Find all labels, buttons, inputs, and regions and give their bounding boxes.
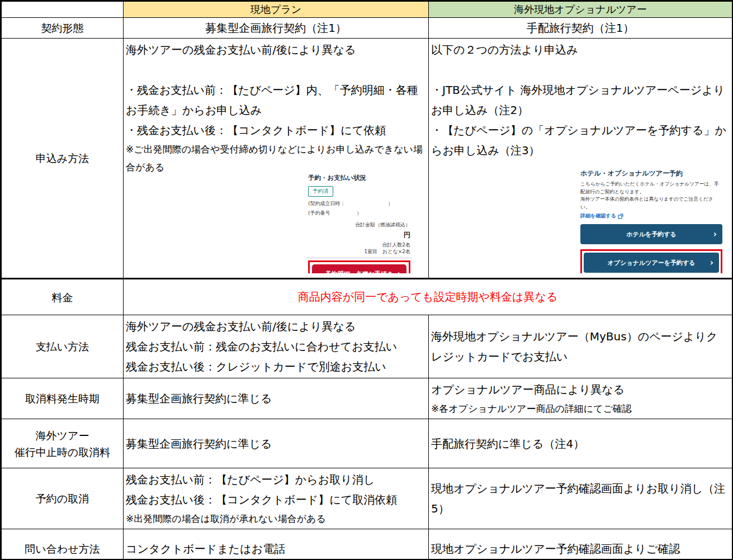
inquiry-local-text: コンタクトボードまたはお電話 <box>126 539 425 559</box>
application-local-bullet1: ・残金お支払い前：【たびページ】内、「予約明細・各種お手続き」からお申し込み <box>126 80 425 120</box>
contract-date-open: (契約成立日時： <box>308 200 346 207</box>
yen-label: 円 <box>308 230 410 240</box>
row-contract-type: 契約形態 募集型企画旅行契約（注1） 手配旅行契約（注1） <box>2 18 732 39</box>
book-hotel-button[interactable]: ホテルを予約する › <box>580 224 722 244</box>
blank-line <box>126 60 425 80</box>
fee-text: 商品内容が同一であっても設定時期や料金は異なる <box>124 279 732 315</box>
reserved-status-badge: 予約済 <box>308 186 333 197</box>
reservation-cancel-local-line2: 残金お支払い後：【コンタクトボード】にて取消依頼 <box>126 490 425 510</box>
inquiry-method-overseas: 現地オプショナルツアー予約確認画面よりご確認 <box>429 529 732 560</box>
reservation-cancel-local-line1: 残金お支払い前：【たびページ】からお取り消し <box>126 469 425 490</box>
reservation-cancel-local-note: ※出発間際の場合は取消が承れない場合がある <box>126 510 425 528</box>
inquiry-method-local: コンタクトボードまたはお電話 <box>124 529 429 560</box>
total-people: 合計人数2名 <box>308 241 410 248</box>
booking-details-button-label: 予約明細・各種お手続き <box>325 270 394 274</box>
application-local-intro: 海外ツアーの残金お支払い前/後により異なる <box>126 40 425 60</box>
booking-details-button[interactable]: 予約明細・各種お手続き › <box>312 264 406 273</box>
optional-panel-title: ホテル・オプショナルツアー予約 <box>580 169 722 178</box>
cancel-fee-overseas-main: オプショナルツアー商品により異なる <box>431 379 729 400</box>
total-amount-label: 合計金額（燃油諸税込） <box>308 221 410 228</box>
application-method-overseas: 以下の２つの方法より申込み ・JTB公式サイト 海外現地オプショナルツアーページ… <box>429 39 732 279</box>
tour-stop-label: 海外ツアー 催行中止時の取消料 <box>2 419 124 468</box>
header-empty-cell <box>2 2 124 18</box>
tour-stop-local-text: 募集型企画旅行契約に準じる <box>126 434 425 454</box>
application-method-label: 申込み方法 <box>2 39 124 279</box>
header-row: 現地プラン 海外現地オプショナルツアー <box>2 2 732 18</box>
application-method-local: 海外ツアーの残金お支払い前/後により異なる ・残金お支払い前：【たびページ】内、… <box>124 39 429 279</box>
payment-method-local: 海外ツアーの残金お支払い前/後により異なる 残金お支払い前：残金のお支払いに合わ… <box>124 315 429 378</box>
cancel-fee-timing-local: 募集型企画旅行契約に準じる <box>124 378 429 419</box>
highlight-box-booking: 予約明細・各種お手続き › <box>308 260 410 273</box>
booking-status-screenshot: 予約・お支払い状況 予約済 (契約成立日時： ） (予約番号 ） 合計金額（燃油… <box>303 169 415 273</box>
tour-stop-overseas: 手配旅行契約に準じる（注4） <box>429 419 732 468</box>
tour-stop-label-line2: 催行中止時の取消料 <box>2 444 123 461</box>
details-link-label: 詳細を確認する <box>580 212 616 220</box>
cancel-fee-local-text: 募集型企画旅行契約に準じる <box>126 388 425 409</box>
blank-line <box>431 60 729 80</box>
chevron-right-icon: › <box>710 258 713 268</box>
contract-type-local: 募集型企画旅行契約（注1） <box>124 18 429 39</box>
reservation-cancel-overseas-text: 現地オプショナルツアー予約確認画面よりお取り消し（注5） <box>431 478 729 519</box>
book-optional-tour-button-label: オプショナルツアーを予約する <box>608 259 696 267</box>
inquiry-overseas-text: 現地オプショナルツアー予約確認画面よりご確認 <box>431 539 729 559</box>
totals-block: 合計金額（燃油諸税込） 円 合計人数2名 1室目 おとな×2名 <box>308 221 410 255</box>
cancel-fee-timing-overseas: オプショナルツアー商品により異なる ※各オプショナルツアー商品の詳細にてご確認 <box>429 378 732 419</box>
row-tour-stop-cancel-fee: 海外ツアー 催行中止時の取消料 募集型企画旅行契約に準じる 手配旅行契約に準じる… <box>2 419 732 468</box>
reservation-cancel-local: 残金お支払い前：【たびページ】からお取り消し 残金お支払い後：【コンタクトボード… <box>124 468 429 529</box>
highlight-box-optional: オプショナルツアーを予約する › <box>580 249 722 273</box>
contract-type-label: 契約形態 <box>2 18 124 39</box>
fee-label: 料金 <box>2 279 124 315</box>
book-hotel-button-label: ホテルを予約する <box>626 230 677 239</box>
divider <box>306 258 412 258</box>
payment-overseas-text: 海外現地オプショナルツアー（MyBus）のページよりクレジットカードでお支払い <box>431 326 729 367</box>
payment-method-overseas: 海外現地オプショナルツアー（MyBus）のページよりクレジットカードでお支払い <box>429 315 732 378</box>
header-overseas-optional: 海外現地オプショナルツアー <box>429 2 732 18</box>
reservation-cancel-overseas: 現地オプショナルツアー予約確認画面よりお取り消し（注5） <box>429 468 732 529</box>
cancel-fee-overseas-note: ※各オプショナルツアー商品の詳細にてご確認 <box>431 400 729 417</box>
row-payment-method: 支払い方法 海外ツアーの残金お支払い前/後により異なる 残金お支払い前：残金のお… <box>2 315 732 378</box>
book-optional-tour-button[interactable]: オプショナルツアーを予約する › <box>584 253 719 273</box>
payment-method-label: 支払い方法 <box>2 315 124 378</box>
header-local-plan: 現地プラン <box>124 2 429 18</box>
contract-date-close: ） <box>388 200 393 207</box>
application-local-bullet2: ・残金お支払い後：【コンタクトボード】にて依頼 <box>126 120 425 140</box>
booking-number-close: ） <box>357 210 362 217</box>
tour-stop-label-line1: 海外ツアー <box>2 427 123 444</box>
comparison-table: 現地プラン 海外現地オプショナルツアー 契約形態 募集型企画旅行契約（注1） 手… <box>0 0 733 560</box>
optional-panel-desc1: こちらからご予約いただくホテル・オプショナルツアーは、手配旅行のご契約となります… <box>580 181 722 196</box>
cancel-fee-timing-label: 取消料発生時期 <box>2 378 124 419</box>
contract-date-line: (契約成立日時： ） <box>308 200 393 207</box>
tour-stop-overseas-text: 手配旅行契約に準じる（注4） <box>431 434 729 454</box>
application-overseas-bullet2: ・【たびページ】の「オプショナルツアーを予約する」からお申し込み（注3） <box>431 120 729 160</box>
booking-number-open: (予約番号 <box>308 210 330 217</box>
optional-panel-desc2: 海外ツアー本体の契約条件とは異なりますのでご注意ください。 <box>580 196 722 211</box>
application-overseas-bullet1: ・JTB公式サイト 海外現地オプショナルツアーページよりお申し込み（注2） <box>431 80 729 120</box>
payment-local-line2: 残金お支払い前：残金のお支払いに合わせてお支払い <box>126 336 425 357</box>
details-link[interactable]: 詳細を確認する <box>580 212 722 220</box>
application-overseas-intro: 以下の２つの方法より申込み <box>431 40 729 60</box>
chevron-right-icon: › <box>398 269 401 273</box>
room-detail: 1室目 おとな×2名 <box>308 248 410 255</box>
contract-type-overseas: 手配旅行契約（注1） <box>429 18 732 39</box>
optional-tour-screenshot: ホテル・オプショナルツアー予約 こちらからご予約いただくホテル・オプショナルツア… <box>578 166 725 273</box>
row-fee: 料金 商品内容が同一であっても設定時期や料金は異なる <box>2 279 732 315</box>
payment-local-line1: 海外ツアーの残金お支払い前/後により異なる <box>126 316 425 336</box>
row-cancel-fee-timing: 取消料発生時期 募集型企画旅行契約に準じる オプショナルツアー商品により異なる … <box>2 378 732 419</box>
row-reservation-cancel: 予約の取消 残金お支払い前：【たびページ】からお取り消し 残金お支払い後：【コン… <box>2 468 732 529</box>
tour-stop-local: 募集型企画旅行契約に準じる <box>124 419 429 468</box>
booking-number-line: (予約番号 ） <box>308 210 362 217</box>
booking-status-title: 予約・お支払い状況 <box>308 174 410 182</box>
chevron-right-icon: › <box>713 229 717 239</box>
external-link-icon <box>618 213 623 219</box>
row-application-method: 申込み方法 海外ツアーの残金お支払い前/後により異なる ・残金お支払い前：【たび… <box>2 39 732 279</box>
reservation-cancel-label: 予約の取消 <box>2 468 124 529</box>
row-inquiry-method: 問い合わせ方法 コンタクトボードまたはお電話 現地オプショナルツアー予約確認画面… <box>2 529 732 560</box>
payment-local-line3: 残金お支払い後：クレジットカードで別途お支払い <box>126 357 425 377</box>
inquiry-method-label: 問い合わせ方法 <box>2 529 124 560</box>
